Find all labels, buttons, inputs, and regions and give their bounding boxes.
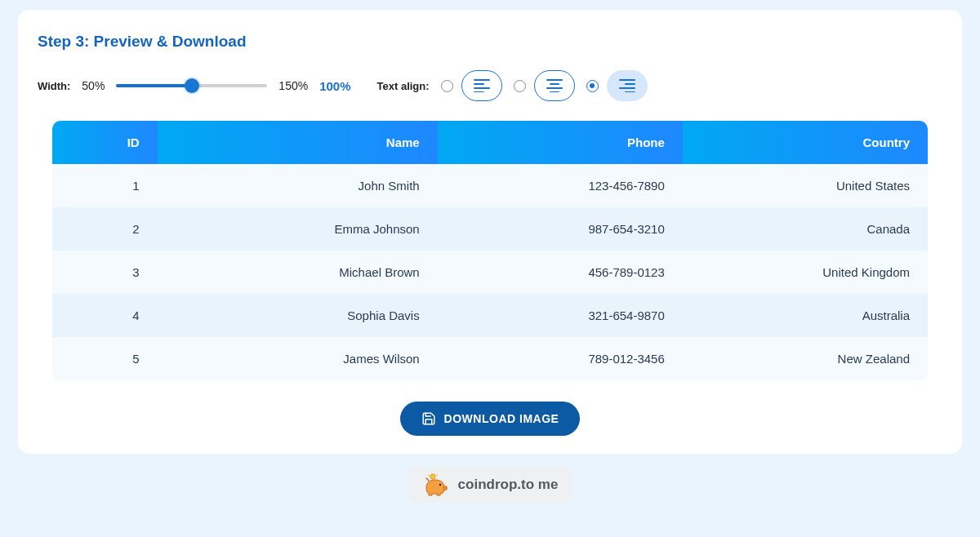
table-cell: United States: [683, 164, 928, 207]
table-cell: 987-654-3210: [438, 207, 683, 251]
table-cell: United Kingdom: [683, 251, 928, 294]
table-cell: 789-012-3456: [438, 337, 683, 380]
width-slider[interactable]: [116, 78, 267, 93]
coindrop-label: coindrop.to me: [458, 477, 559, 493]
download-row: DOWNLOAD IMAGE: [34, 402, 946, 436]
radio-align-center[interactable]: [514, 80, 526, 92]
table-cell: 5: [52, 337, 158, 380]
table-header: Country: [683, 121, 928, 164]
radio-align-left[interactable]: [441, 80, 453, 92]
table-header: ID: [52, 121, 158, 164]
width-current-value: 100%: [319, 79, 350, 93]
table-cell: James Wilson: [158, 337, 438, 380]
table-cell: Canada: [683, 207, 928, 251]
svg-point-12: [430, 474, 434, 479]
table-container: ID Name Phone Country 1 John Smith 123-4…: [34, 121, 946, 380]
table-row: 3 Michael Brown 456-789-0123 United King…: [52, 251, 928, 294]
table-header: Phone: [438, 121, 683, 164]
table-cell: 321-654-9870: [438, 294, 683, 337]
width-min-label: 50%: [82, 79, 105, 92]
download-button-label: DOWNLOAD IMAGE: [444, 412, 559, 425]
controls-row: Width: 50% 150% 100% Text align:: [38, 70, 946, 101]
align-left-group: [441, 70, 502, 101]
align-right-button[interactable]: [607, 70, 648, 101]
width-label: Width:: [38, 80, 70, 92]
align-right-group: [586, 70, 648, 101]
table-row: 1 John Smith 123-456-7890 United States: [52, 164, 928, 207]
align-center-icon: [546, 79, 563, 92]
coindrop-button[interactable]: coindrop.to me: [409, 467, 572, 503]
slider-thumb[interactable]: [185, 78, 199, 93]
table-cell: Sophia Davis: [158, 294, 438, 337]
table-cell: 2: [52, 207, 158, 251]
table-cell: 1: [52, 164, 158, 207]
piggy-bank-icon: [422, 473, 450, 496]
table-cell: 456-789-0123: [438, 251, 683, 294]
align-right-icon: [619, 79, 635, 92]
svg-point-14: [436, 475, 438, 477]
table-cell: John Smith: [158, 164, 438, 207]
coindrop-row: coindrop.to me: [18, 467, 962, 503]
svg-point-15: [443, 486, 447, 490]
align-center-button[interactable]: [534, 70, 575, 101]
table-header: Name: [158, 121, 438, 164]
radio-align-right[interactable]: [586, 80, 599, 92]
preview-download-card: Step 3: Preview & Download Width: 50% 15…: [18, 10, 962, 454]
svg-point-13: [428, 475, 430, 477]
width-max-label: 150%: [278, 79, 308, 92]
table-body: 1 John Smith 123-456-7890 United States …: [52, 164, 928, 380]
table-row: 4 Sophia Davis 321-654-9870 Australia: [52, 294, 928, 337]
table-cell: 123-456-7890: [438, 164, 683, 207]
table-cell: 3: [52, 251, 158, 294]
table-cell: Michael Brown: [158, 251, 438, 294]
table-cell: 4: [52, 294, 158, 337]
table-row: 5 James Wilson 789-012-3456 New Zealand: [52, 337, 928, 380]
table-header-row: ID Name Phone Country: [52, 121, 928, 164]
table-cell: Emma Johnson: [158, 207, 438, 251]
download-image-button[interactable]: DOWNLOAD IMAGE: [400, 402, 581, 436]
table-cell: New Zealand: [683, 337, 928, 380]
step-title: Step 3: Preview & Download: [38, 33, 946, 51]
preview-table: ID Name Phone Country 1 John Smith 123-4…: [52, 121, 928, 380]
text-align-label: Text align:: [377, 80, 430, 92]
svg-point-16: [439, 484, 440, 486]
align-left-button[interactable]: [461, 70, 502, 101]
table-row: 2 Emma Johnson 987-654-3210 Canada: [52, 207, 928, 251]
table-cell: Australia: [683, 294, 928, 337]
align-left-icon: [474, 79, 490, 92]
align-center-group: [514, 70, 575, 101]
slider-fill: [116, 84, 192, 87]
save-icon: [421, 411, 436, 426]
